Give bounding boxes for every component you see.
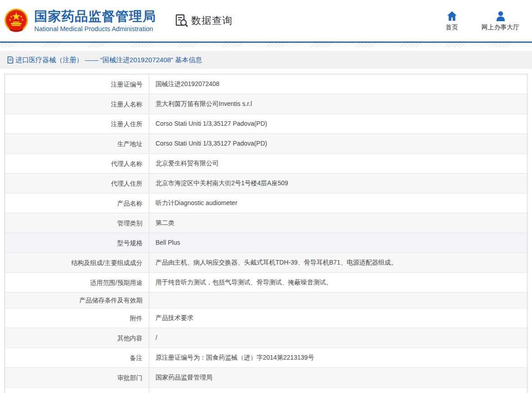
row-label: 适用范围/预期用途 [5, 273, 149, 292]
row-label: 型号规格 [5, 233, 149, 252]
row-value: / [149, 328, 527, 347]
row-value: 北京市海淀区中关村南大街2号1号楼4层A座509 [149, 174, 527, 193]
data-query-section[interactable]: 数据查询 [175, 14, 233, 27]
table-row: 注册证编号 国械注进20192072408 [5, 74, 527, 94]
table-row: 结构及组成/主要组成成分 产品由主机、病人响应交换器、头戴式耳机TDH-39、骨… [5, 253, 527, 273]
row-label: 结构及组成/主要组成成分 [5, 253, 149, 272]
row-value [149, 297, 527, 303]
row-label: 生产地址 [5, 134, 149, 153]
table-row: 产品储存条件及有效期 [5, 292, 527, 308]
row-label: 代理人名称 [5, 154, 149, 173]
row-value: 产品由主机、病人响应交换器、头戴式耳机TDH-39、骨导耳机B71、电源适配器组… [149, 253, 527, 272]
row-value: 听力计Diagnostic audiometer [149, 193, 527, 213]
row-value: Bell Plus [149, 233, 527, 252]
nmpa-emblem-logo[interactable] [4, 8, 29, 33]
nav-home-label: 首页 [445, 23, 458, 32]
site-title-block: 国家药品监督管理局 National Medical Products Admi… [34, 9, 156, 32]
row-value: 意大利茵万笛有限公司Inventis s.r.l [149, 94, 527, 114]
nav-service-hall[interactable]: 网上办事大厅 [482, 10, 519, 32]
table-row: 适用范围/预期用途 用于纯音听力测试，包括气导测试、骨导测试、掩蔽噪音测试。 [5, 273, 527, 292]
row-label: 备注 [5, 348, 149, 367]
table-row: 注册人名称 意大利茵万笛有限公司Inventis s.r.l [5, 94, 527, 114]
row-value: 产品技术要求 [149, 308, 527, 328]
table-row: 附件 产品技术要求 [5, 308, 527, 328]
table-row: 备注 原注册证编号为：国食药监械（进）字2014第2213139号 [5, 348, 527, 368]
table-row: 生产地址 Corso Stati Uniti 1/3,35127 Padova(… [5, 134, 527, 154]
row-value: 2019-09-27 [149, 388, 527, 393]
row-value: Corso Stati Uniti 1/3,35127 Padova(PD) [149, 134, 527, 153]
table-row: 型号规格 Bell Plus [5, 233, 527, 253]
row-label: 代理人住所 [5, 174, 149, 193]
nav-home[interactable]: 首页 [445, 10, 458, 32]
table-row: 注册人住所 Corso Stati Uniti 1/3,35127 Padova… [5, 114, 527, 134]
row-value: 北京爱生科贸有限公司 [149, 154, 527, 173]
top-nav: 首页 网上办事大厅 [445, 10, 519, 32]
row-value: 原注册证编号为：国食药监械（进）字2014第2213139号 [149, 348, 527, 367]
registration-info-table: 注册证编号 国械注进20192072408 注册人名称 意大利茵万笛有限公司In… [5, 74, 527, 393]
row-label: 附件 [5, 308, 149, 328]
row-value: 用于纯音听力测试，包括气导测试、骨导测试、掩蔽噪音测试。 [149, 273, 527, 292]
row-value: 国家药品监督管理局 [149, 368, 527, 387]
row-label: 注册人名称 [5, 94, 149, 114]
document-icon [7, 56, 14, 64]
breadcrumb-text[interactable]: 进口医疗器械（注册） —— “国械注进20192072408” 基本信息 [15, 56, 202, 64]
row-label: 其他内容 [5, 328, 149, 347]
data-query-label: 数据查询 [191, 14, 233, 27]
site-title: 国家药品监督管理局 [34, 9, 156, 24]
page-header: 国家药品监督管理局 National Medical Products Admi… [0, 0, 532, 41]
table-row: 管理类别 第二类 [5, 213, 527, 233]
row-value: Corso Stati Uniti 1/3,35127 Padova(PD) [149, 114, 527, 133]
table-row: 代理人住所 北京市海淀区中关村南大街2号1号楼4层A座509 [5, 174, 527, 193]
home-icon [446, 10, 458, 22]
person-icon [495, 10, 506, 22]
row-label: 批准日期 [5, 388, 149, 393]
table-row: 审批部门 国家药品监督管理局 [5, 368, 527, 388]
table-row: 代理人名称 北京爱生科贸有限公司 [5, 154, 527, 174]
table-row: 产品名称 听力计Diagnostic audiometer [5, 193, 527, 213]
table-row: 批准日期 2019-09-27 [5, 388, 527, 393]
breadcrumb: 进口医疗器械（注册） —— “国械注进20192072408” 基本信息 [0, 51, 532, 69]
data-query-icon [175, 14, 188, 27]
nav-service-hall-label: 网上办事大厅 [482, 23, 519, 32]
row-label: 注册证编号 [5, 74, 149, 94]
row-label: 产品储存条件及有效期 [5, 292, 149, 308]
site-subtitle: National Medical Products Administration [34, 25, 156, 32]
table-row: 其他内容 / [5, 328, 527, 348]
hatched-strip [0, 43, 532, 47]
row-label: 审批部门 [5, 368, 149, 387]
row-label: 产品名称 [5, 193, 149, 213]
row-label: 注册人住所 [5, 114, 149, 133]
row-value: 第二类 [149, 213, 527, 233]
row-label: 管理类别 [5, 213, 149, 233]
row-value: 国械注进20192072408 [149, 74, 527, 94]
